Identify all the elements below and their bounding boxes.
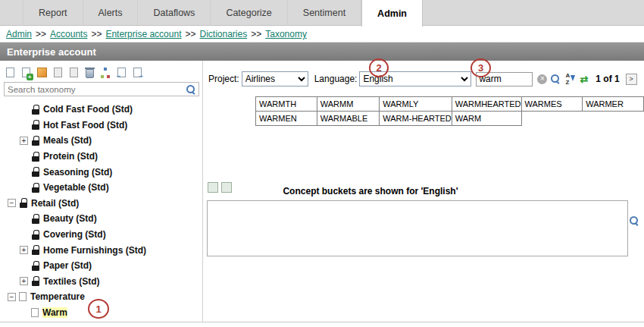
bottom-divider <box>0 322 644 322</box>
expand-icon[interactable] <box>20 246 28 254</box>
breadcrumb-separator: >> <box>36 29 46 39</box>
pagination-label: 1 of 1 <box>596 74 619 84</box>
search-icon[interactable] <box>186 85 195 94</box>
tab-dataflows[interactable]: Dataflows <box>138 0 211 26</box>
terms-panel: Project: Airlines Language: English 1 of… <box>204 61 644 322</box>
lock-icon <box>31 136 39 146</box>
annotation-circle-3: 3 <box>470 58 491 77</box>
term-cell[interactable]: WARM <box>452 112 521 126</box>
paste-icon[interactable] <box>67 67 80 79</box>
tree-item-hot-fast-food[interactable]: Hot Fast Food (Std) <box>0 118 202 134</box>
term-cell[interactable]: WARMES <box>521 97 583 112</box>
import-icon[interactable] <box>115 67 127 79</box>
lock-icon <box>31 152 39 162</box>
lock-icon <box>19 198 27 208</box>
expander-spacer <box>20 121 28 129</box>
term-cell[interactable]: WARMABLE <box>317 112 380 126</box>
expander-spacer <box>20 262 28 270</box>
lock-icon <box>31 105 39 115</box>
expander-spacer <box>20 215 28 223</box>
page-export-glyph <box>133 68 142 77</box>
tab-categorize[interactable]: Categorize <box>211 0 287 26</box>
tree-item-label: Protein (Std) <box>43 151 98 162</box>
tab-report[interactable]: Report <box>23 0 83 26</box>
expander-spacer <box>20 105 28 114</box>
collapse-icon[interactable] <box>8 293 16 301</box>
expand-icon[interactable] <box>20 137 28 145</box>
content-area: Cold Fast Food (Std) Hot Fast Food (Std)… <box>0 61 644 322</box>
breadcrumb: Admin >> Accounts >> Enterprise account … <box>0 27 644 42</box>
project-select[interactable]: Airlines <box>242 71 308 86</box>
tree-item-label: Cold Fast Food (Std) <box>43 104 133 115</box>
term-cell[interactable]: WARMEN <box>256 112 317 126</box>
taxonomy-tree: Cold Fast Food (Std) Hot Fast Food (Std)… <box>0 102 202 322</box>
breadcrumb-dictionaries[interactable]: Dictionaries <box>199 29 247 39</box>
breadcrumb-accounts[interactable]: Accounts <box>50 29 87 39</box>
expand-icon[interactable] <box>20 277 28 285</box>
next-page-button[interactable]: > <box>626 74 637 85</box>
page-plus-glyph <box>22 68 30 77</box>
page-title: Enterprise account <box>0 42 644 61</box>
bucket-search-button[interactable] <box>630 216 642 228</box>
expander-spacer <box>20 152 28 161</box>
tree-item-seasoning[interactable]: Seasoning (Std) <box>0 164 202 180</box>
breadcrumb-admin[interactable]: Admin <box>6 29 32 39</box>
tab-admin[interactable]: Admin <box>361 0 423 27</box>
expander-spacer <box>20 309 28 317</box>
tree-item-protein[interactable]: Protein (Std) <box>0 149 202 165</box>
clear-search-icon[interactable] <box>537 74 547 84</box>
hierarchy-glyph <box>100 68 111 78</box>
controls-bar: Project: Airlines Language: English 1 of… <box>208 71 641 87</box>
term-cell[interactable]: WARMTH <box>256 97 317 112</box>
lock-icon <box>31 167 39 177</box>
breadcrumb-taxonomy[interactable]: Taxonomy <box>265 29 307 39</box>
term-cell[interactable]: WARMLY <box>380 97 452 112</box>
sort-icon[interactable] <box>565 74 575 84</box>
search-icon[interactable] <box>551 74 560 83</box>
tree-item-beauty[interactable]: Beauty (Std) <box>0 211 202 227</box>
taxonomy-toolbar <box>4 66 143 79</box>
new-category-icon[interactable] <box>4 67 16 79</box>
tree-item-home-furnishings[interactable]: Home Furnishings (Std) <box>0 242 202 258</box>
export-icon[interactable] <box>131 67 143 79</box>
lock-icon <box>31 245 39 255</box>
breadcrumb-enterprise-account[interactable]: Enterprise account <box>105 29 181 39</box>
tree-item-label: Meals (Std) <box>43 135 92 146</box>
top-tab-bar: Report Alerts Dataflows Categorize Senti… <box>0 0 644 26</box>
tree-item-textiles[interactable]: Textiles (Std) <box>0 274 202 290</box>
tree-item-vegetable[interactable]: Vegetable (Std) <box>0 180 202 196</box>
bucket-textarea[interactable] <box>207 200 628 256</box>
page-import-glyph <box>117 68 126 77</box>
term-cell[interactable]: WARMM <box>317 97 380 112</box>
term-cell[interactable]: WARMHEARTED <box>452 97 521 112</box>
page-glyph <box>54 68 62 77</box>
term-cell[interactable]: WARMER <box>583 97 644 112</box>
lock-icon <box>31 183 39 193</box>
expander-spacer <box>20 184 28 192</box>
hierarchy-icon[interactable] <box>99 67 111 79</box>
tree-item-covering[interactable]: Covering (Std) <box>0 227 202 243</box>
taxonomy-admin-page: Report Alerts Dataflows Categorize Senti… <box>0 0 644 327</box>
annotation-circle-2: 2 <box>369 58 389 77</box>
tree-item-retail[interactable]: Retail (Std) <box>0 196 202 212</box>
lock-icon <box>31 276 39 286</box>
add-child-icon[interactable] <box>20 67 32 79</box>
trash-glyph <box>86 69 94 78</box>
copy-icon[interactable] <box>52 67 64 79</box>
tree-item-cold-fast-food[interactable]: Cold Fast Food (Std) <box>0 102 202 118</box>
tree-item-label: Textiles (Std) <box>43 276 99 287</box>
breadcrumb-separator: >> <box>251 29 261 39</box>
collapse-icon[interactable] <box>8 199 16 207</box>
tree-item-meals[interactable]: Meals (Std) <box>0 133 202 149</box>
expander-spacer <box>20 168 28 176</box>
delete-icon[interactable] <box>83 67 95 79</box>
taxonomy-panel: Cold Fast Food (Std) Hot Fast Food (Std)… <box>0 61 203 322</box>
edit-icon[interactable] <box>36 67 48 79</box>
tree-item-paper[interactable]: Paper (Std) <box>0 258 202 274</box>
taxonomy-search-input[interactable] <box>5 85 186 94</box>
tab-sentiment[interactable]: Sentiment <box>288 0 361 26</box>
refresh-icon[interactable] <box>580 74 588 85</box>
term-cell[interactable]: WARM-HEARTED <box>380 112 452 126</box>
tree-item-label: Hot Fast Food (Std) <box>43 120 127 130</box>
tab-alerts[interactable]: Alerts <box>83 0 139 26</box>
